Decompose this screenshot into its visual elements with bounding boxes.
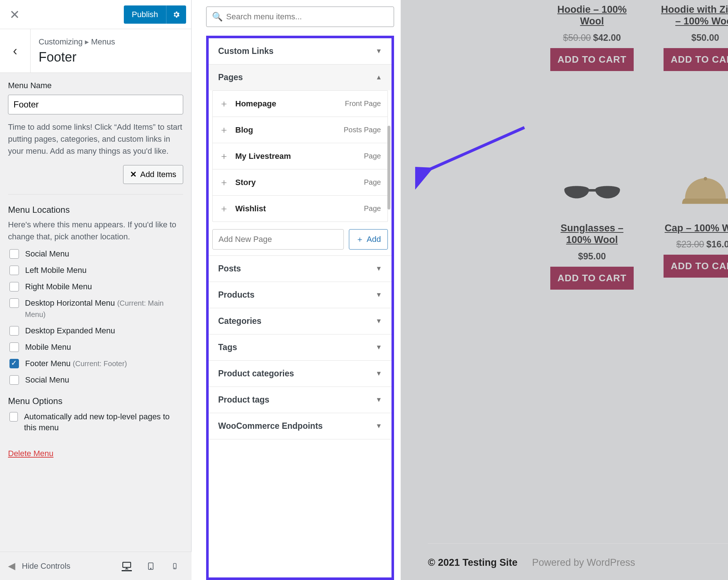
page-item[interactable]: ＋WishlistPage xyxy=(213,196,387,222)
svg-point-4 xyxy=(150,568,151,569)
auto-add-pages-option[interactable]: Automatically add new top-level pages to… xyxy=(8,411,183,434)
menu-location-checkbox[interactable] xyxy=(9,249,19,259)
product-title[interactable]: Hoodie – 100% Wool xyxy=(547,4,637,27)
accordion-pages[interactable]: Pages▲ xyxy=(209,64,391,90)
auto-add-pages-checkbox[interactable] xyxy=(9,412,18,422)
footer-powered-by[interactable]: Powered by WordPress xyxy=(532,557,635,568)
plus-icon: ＋ xyxy=(219,97,229,110)
customizer-sidebar: ✕ Publish ‹ Customizing▸Menus Footer Men… xyxy=(0,0,192,552)
menu-options-heading: Menu Options xyxy=(8,396,183,406)
chevron-left-icon: ‹ xyxy=(13,43,17,59)
auto-add-pages-label: Automatically add new top-level pages to… xyxy=(24,411,183,434)
page-item[interactable]: ＋HomepageFront Page xyxy=(213,91,387,117)
menu-location-option[interactable]: Desktop Horizontal Menu (Current: Main M… xyxy=(8,298,183,320)
accordion-products[interactable]: Products▼ xyxy=(209,282,391,308)
menu-locations-desc: Here's where this menu appears. If you'd… xyxy=(8,219,183,243)
menu-location-option[interactable]: Left Mobile Menu xyxy=(8,265,183,276)
page-item-type: Posts Page xyxy=(344,126,381,134)
caret-down-icon: ▼ xyxy=(375,422,382,430)
menu-location-option[interactable]: Social Menu xyxy=(8,375,183,386)
footer-copyright: © 2021 Testing Site xyxy=(428,557,518,568)
close-icon: ✕ xyxy=(130,170,137,179)
caret-down-icon: ▼ xyxy=(375,370,382,377)
menu-location-option[interactable]: Footer Menu (Current: Footer) xyxy=(8,358,183,369)
product-title[interactable]: Sunglasses – 100% Wool xyxy=(547,222,637,246)
customizer-topbar: ✕ Publish xyxy=(0,0,191,29)
menu-location-checkbox[interactable] xyxy=(9,359,19,368)
site-preview: Hoodie – 100% Wool $50.00$42.00 ADD TO C… xyxy=(401,0,728,580)
menu-location-option[interactable]: Desktop Expanded Menu xyxy=(8,325,183,337)
caret-up-icon: ▲ xyxy=(375,74,382,81)
product-price: $16.00 xyxy=(707,239,728,249)
svg-rect-2 xyxy=(123,562,131,567)
product-image[interactable] xyxy=(661,164,728,219)
menu-location-label: Mobile Menu xyxy=(25,342,71,353)
panel-header: ‹ Customizing▸Menus Footer xyxy=(0,29,191,73)
page-item[interactable]: ＋My LivestreamPage xyxy=(213,143,387,169)
add-to-cart-button[interactable]: ADD TO CART xyxy=(664,48,728,71)
product-title[interactable]: Hoodie with Zipper – 100% Wool xyxy=(661,4,728,27)
accordion-posts[interactable]: Posts▼ xyxy=(209,256,391,282)
menu-location-checkbox[interactable] xyxy=(9,298,19,308)
page-item[interactable]: ＋StoryPage xyxy=(213,169,387,196)
breadcrumb: Customizing▸Menus xyxy=(39,37,115,47)
collapse-icon[interactable]: ◀ xyxy=(8,560,15,572)
add-to-cart-button[interactable]: ADD TO CART xyxy=(550,267,634,290)
menu-location-checkbox[interactable] xyxy=(9,342,19,352)
gear-icon xyxy=(172,11,180,19)
tablet-preview-icon[interactable] xyxy=(146,561,156,571)
accordion-wc-endpoints[interactable]: WooCommerce Endpoints▼ xyxy=(209,413,391,439)
page-item-name: My Livestream xyxy=(235,152,291,161)
hide-controls-button[interactable]: Hide Controls xyxy=(22,561,70,571)
product-card: Hoodie – 100% Wool $50.00$42.00 ADD TO C… xyxy=(547,0,637,71)
scrollbar[interactable] xyxy=(387,126,390,209)
plus-icon: ＋ xyxy=(219,150,229,162)
page-item-name: Story xyxy=(235,178,256,187)
add-items-button[interactable]: ✕ Add Items xyxy=(123,165,183,184)
product-price: $50.00 xyxy=(691,32,719,43)
page-item-type: Page xyxy=(364,204,381,213)
accordion-product-categories[interactable]: Product categories▼ xyxy=(209,361,391,387)
search-menu-items-input[interactable] xyxy=(206,7,394,27)
menu-location-option[interactable]: Mobile Menu xyxy=(8,342,183,353)
page-item-name: Homepage xyxy=(235,99,276,109)
menu-location-checkbox[interactable] xyxy=(9,326,19,336)
caret-down-icon: ▼ xyxy=(375,344,382,351)
publish-button[interactable]: Publish xyxy=(124,5,166,24)
plus-icon: ＋ xyxy=(219,202,229,215)
page-item[interactable]: ＋BlogPosts Page xyxy=(213,117,387,143)
menu-name-input[interactable] xyxy=(8,95,183,114)
accordion-custom-links[interactable]: Custom Links▼ xyxy=(209,38,391,64)
mobile-preview-icon[interactable] xyxy=(170,561,180,571)
page-item-type: Page xyxy=(364,152,381,160)
product-image[interactable] xyxy=(547,164,637,219)
product-old-price: $50.00 xyxy=(563,32,591,43)
page-item-type: Page xyxy=(364,178,381,187)
add-to-cart-button[interactable]: ADD TO CART xyxy=(550,48,634,71)
menu-location-option[interactable]: Right Mobile Menu xyxy=(8,281,183,293)
accordion-product-tags[interactable]: Product tags▼ xyxy=(209,387,391,413)
caret-down-icon: ▼ xyxy=(375,265,382,273)
product-card: SALE Cap – 100% Wool $23.00$16.00 ADD TO… xyxy=(661,164,728,290)
menu-location-label: Desktop Horizontal Menu (Current: Main M… xyxy=(25,298,183,320)
device-preview-bar: ◀ Hide Controls xyxy=(0,552,192,580)
product-title[interactable]: Cap – 100% Wool xyxy=(661,222,728,234)
add-new-page-button[interactable]: ＋Add xyxy=(349,229,388,250)
accordion-tags[interactable]: Tags▼ xyxy=(209,334,391,360)
add-new-page-input[interactable] xyxy=(212,229,344,250)
caret-down-icon: ▼ xyxy=(375,396,382,404)
back-button[interactable]: ‹ xyxy=(0,29,31,72)
menu-location-option[interactable]: Social Menu xyxy=(8,248,183,260)
publish-settings-button[interactable] xyxy=(166,5,186,24)
menu-location-label: Social Menu xyxy=(25,248,69,260)
menu-location-checkbox[interactable] xyxy=(9,282,19,291)
menu-location-checkbox[interactable] xyxy=(9,375,19,385)
menu-location-label: Desktop Expanded Menu xyxy=(25,325,115,337)
add-to-cart-button[interactable]: ADD TO CART xyxy=(664,255,728,278)
search-icon: 🔍 xyxy=(212,12,223,22)
close-icon[interactable]: ✕ xyxy=(9,7,20,22)
desktop-preview-icon[interactable] xyxy=(122,561,132,571)
delete-menu-link[interactable]: Delete Menu xyxy=(8,449,54,458)
accordion-categories[interactable]: Categories▼ xyxy=(209,308,391,334)
menu-location-checkbox[interactable] xyxy=(9,266,19,275)
